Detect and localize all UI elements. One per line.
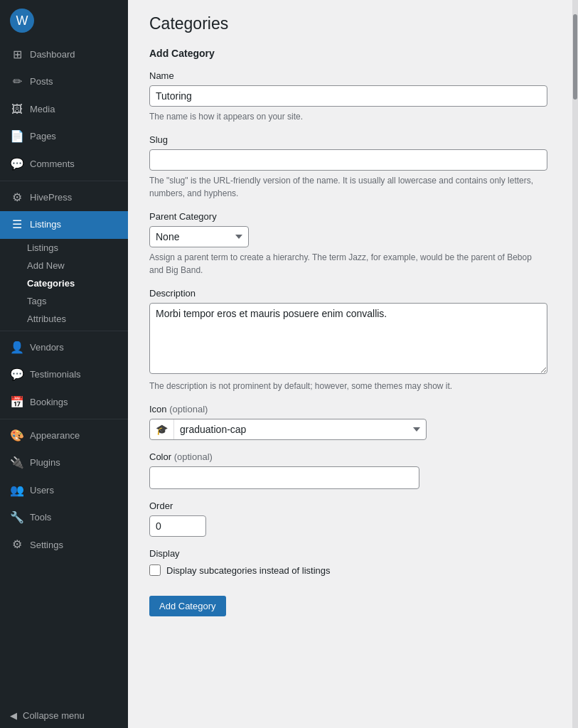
sidebar-item-label: Listings [30, 218, 61, 231]
color-label: Color (optional) [149, 451, 551, 462]
sidebar-item-label: Appearance [30, 429, 80, 442]
main-content: Categories Add Category Name The name is… [128, 0, 572, 728]
bookings-icon: 📅 [10, 395, 24, 410]
icon-select-wrapper: 🎓 graduation-cap [149, 419, 427, 440]
name-field-group: Name The name is how it appears on your … [149, 70, 551, 123]
collapse-menu-button[interactable]: ◀ Collapse menu [0, 703, 128, 728]
icon-prefix: 🎓 [150, 419, 174, 439]
sidebar-sub-tags[interactable]: Tags [0, 292, 128, 310]
plugins-icon: 🔌 [10, 455, 24, 471]
icon-optional: (optional) [169, 404, 208, 414]
color-input[interactable] [149, 466, 419, 489]
sidebar-sub-categories[interactable]: Categories [0, 274, 128, 292]
slug-field-group: Slug The "slug" is the URL-friendly vers… [149, 134, 551, 200]
vendors-icon: 👤 [10, 340, 24, 355]
sidebar-sub-attributes[interactable]: Attributes [0, 310, 128, 328]
sidebar-sub-add-new[interactable]: Add New [0, 257, 128, 274]
sidebar-item-comments[interactable]: 💬 Comments [0, 151, 128, 178]
form-section-title: Add Category [149, 48, 551, 59]
sidebar-item-vendors[interactable]: 👤 Vendors [0, 334, 128, 361]
sidebar-item-settings[interactable]: ⚙ Settings [0, 531, 128, 558]
order-field-group: Order [149, 500, 551, 537]
sidebar-item-label: Plugins [30, 456, 60, 469]
dashboard-icon: ⊞ [10, 47, 24, 63]
sidebar-item-label: Posts [30, 75, 53, 88]
icon-select[interactable]: graduation-cap [174, 419, 426, 439]
add-category-form: Add Category Name The name is how it app… [149, 48, 551, 616]
name-label: Name [149, 70, 551, 81]
collapse-icon: ◀ [10, 710, 17, 721]
sidebar-item-tools[interactable]: 🔧 Tools [0, 504, 128, 531]
sidebar-item-label: Users [30, 484, 54, 497]
sidebar-item-label: Media [30, 103, 55, 116]
parent-hint: Assign a parent term to create a hierarc… [149, 251, 547, 277]
divider [0, 181, 128, 181]
collapse-label: Collapse menu [23, 710, 85, 721]
site-logo: W [0, 0, 128, 41]
page-title: Categories [149, 14, 551, 33]
sidebar-item-label: HivePress [30, 191, 72, 204]
icon-field-group: Icon (optional) 🎓 graduation-cap [149, 404, 551, 440]
sidebar-item-appearance[interactable]: 🎨 Appearance [0, 422, 128, 449]
posts-icon: ✏ [10, 74, 24, 90]
order-input[interactable] [149, 515, 206, 537]
sidebar-item-label: Pages [30, 130, 56, 143]
users-icon: 👥 [10, 483, 24, 498]
sidebar-item-users[interactable]: 👥 Users [0, 477, 128, 504]
settings-icon: ⚙ [10, 537, 24, 552]
sidebar-item-testimonials[interactable]: 💬 Testimonials [0, 361, 128, 388]
slug-hint: The "slug" is the URL-friendly version o… [149, 174, 547, 200]
scrollbar[interactable] [572, 0, 578, 728]
listings-icon: ☰ [10, 217, 24, 232]
add-category-button[interactable]: Add Category [149, 596, 226, 616]
description-textarea[interactable]: Morbi tempor eros et mauris posuere enim… [149, 303, 547, 374]
sidebar-item-media[interactable]: 🖼 Media [0, 96, 128, 123]
display-subcategories-checkbox[interactable] [149, 564, 161, 576]
display-field-group: Display Display subcategories instead of… [149, 548, 551, 576]
sidebar-item-label: Tools [30, 511, 51, 524]
sidebar-item-label: Bookings [30, 396, 68, 409]
parent-category-select[interactable]: None [149, 226, 249, 247]
order-label: Order [149, 500, 551, 511]
display-checkbox-row: Display subcategories instead of listing… [149, 564, 551, 576]
sidebar-item-label: Dashboard [30, 48, 75, 61]
sidebar-sub-listings[interactable]: Listings [0, 239, 128, 257]
sidebar-item-listings[interactable]: ☰ Listings [0, 211, 128, 238]
sidebar: W ⊞ Dashboard ✏ Posts 🖼 Media 📄 Pages 💬 … [0, 0, 128, 728]
media-icon: 🖼 [10, 102, 24, 117]
tools-icon: 🔧 [10, 510, 24, 525]
scrollbar-thumb[interactable] [573, 14, 577, 100]
pages-icon: 📄 [10, 129, 24, 144]
sidebar-item-hivepress[interactable]: ⚙ HivePress [0, 184, 128, 211]
color-field-group: Color (optional) [149, 451, 551, 489]
sidebar-item-label: Comments [30, 158, 75, 171]
name-input[interactable] [149, 85, 547, 107]
icon-label: Icon (optional) [149, 404, 551, 414]
testimonials-icon: 💬 [10, 367, 24, 382]
slug-input[interactable] [149, 149, 547, 171]
sidebar-item-posts[interactable]: ✏ Posts [0, 68, 128, 95]
description-label: Description [149, 288, 551, 299]
logo-icon: W [10, 9, 34, 33]
display-label: Display [149, 548, 551, 559]
parent-category-field-group: Parent Category None Assign a parent ter… [149, 211, 551, 277]
appearance-icon: 🎨 [10, 428, 24, 444]
description-field-group: Description Morbi tempor eros et mauris … [149, 288, 551, 392]
display-subcategories-label[interactable]: Display subcategories instead of listing… [166, 565, 331, 576]
hivepress-icon: ⚙ [10, 190, 24, 205]
sidebar-item-label: Settings [30, 539, 63, 552]
listings-submenu: Listings Add New Categories Tags Attribu… [0, 239, 128, 328]
sidebar-item-pages[interactable]: 📄 Pages [0, 123, 128, 150]
sidebar-item-bookings[interactable]: 📅 Bookings [0, 389, 128, 416]
sidebar-item-label: Vendors [30, 341, 64, 354]
slug-label: Slug [149, 134, 551, 145]
parent-category-label: Parent Category [149, 211, 551, 222]
sidebar-item-dashboard[interactable]: ⊞ Dashboard [0, 41, 128, 68]
comments-icon: 💬 [10, 156, 24, 172]
sidebar-item-label: Testimonials [30, 368, 81, 381]
divider3 [0, 419, 128, 419]
divider2 [0, 331, 128, 331]
sidebar-item-plugins[interactable]: 🔌 Plugins [0, 449, 128, 476]
name-hint: The name is how it appears on your site. [149, 110, 547, 123]
description-hint: The description is not prominent by defa… [149, 380, 547, 392]
